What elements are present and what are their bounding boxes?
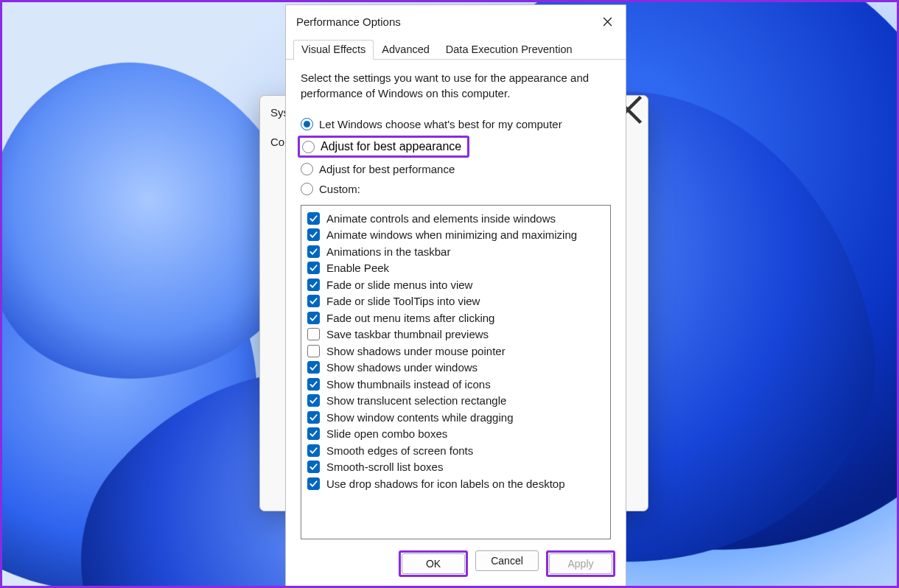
checkbox[interactable] <box>307 461 320 473</box>
tab-visual-effects[interactable]: Visual Effects <box>293 40 374 60</box>
checkbox[interactable] <box>307 361 320 374</box>
effect-option-label: Fade out menu items after clicking <box>326 311 494 326</box>
checkbox[interactable] <box>307 228 320 241</box>
radio-indicator[interactable] <box>301 163 313 175</box>
effect-option-label: Show shadows under windows <box>326 360 478 375</box>
checkbox[interactable] <box>307 378 320 391</box>
effect-option[interactable]: Use drop shadows for icon labels on the … <box>307 475 604 492</box>
effect-option[interactable]: Show shadows under windows <box>307 360 604 377</box>
effect-option[interactable]: Enable Peek <box>307 260 604 277</box>
checkbox[interactable] <box>307 477 320 490</box>
checkbox[interactable] <box>307 345 320 357</box>
effect-option-label: Animate controls and elements inside win… <box>326 211 556 226</box>
checkbox[interactable] <box>307 262 320 274</box>
tab-advanced[interactable]: Advanced <box>374 40 438 60</box>
dialog-titlebar[interactable]: Performance Options <box>286 5 626 38</box>
preset-radio-group: Let Windows choose what's best for my co… <box>301 114 611 199</box>
checkbox[interactable] <box>307 394 320 407</box>
effect-option-label: Smooth-scroll list boxes <box>326 460 443 475</box>
close-button[interactable] <box>592 10 623 32</box>
effect-option[interactable]: Animations in the taskbar <box>307 243 604 260</box>
ok-button[interactable]: OK <box>402 553 465 574</box>
effect-option[interactable]: Smooth-scroll list boxes <box>307 459 604 476</box>
effect-option-label: Smooth edges of screen fonts <box>326 444 473 458</box>
effect-option-label: Enable Peek <box>326 261 389 276</box>
effect-option-label: Animations in the taskbar <box>326 245 450 259</box>
effect-option[interactable]: Smooth edges of screen fonts <box>307 442 604 459</box>
tab-data-execution-prevention[interactable]: Data Execution Prevention <box>438 40 581 60</box>
effect-option[interactable]: Animate controls and elements inside win… <box>307 210 604 227</box>
checkbox[interactable] <box>307 279 320 291</box>
effect-option-label: Show shadows under mouse pointer <box>326 344 506 359</box>
effect-option[interactable]: Show window contents while dragging <box>307 409 604 426</box>
radio-indicator[interactable] <box>301 183 313 195</box>
effect-option[interactable]: Fade or slide menus into view <box>307 276 604 293</box>
checkbox[interactable] <box>307 212 320 225</box>
highlight-box: OK <box>399 550 468 577</box>
radio-indicator[interactable] <box>301 118 313 130</box>
checkbox[interactable] <box>307 245 320 258</box>
effect-option[interactable]: Show thumbnails instead of icons <box>307 376 604 393</box>
effect-option-label: Show window contents while dragging <box>326 410 513 425</box>
checkbox[interactable] <box>307 411 320 424</box>
checkbox[interactable] <box>307 328 320 340</box>
checkbox[interactable] <box>307 444 320 457</box>
dialog-title: Performance Options <box>296 15 592 28</box>
performance-options-dialog: Performance Options Visual EffectsAdvanc… <box>285 4 626 587</box>
effect-option-label: Show thumbnails instead of icons <box>326 377 491 392</box>
highlight-box: Apply <box>546 550 615 577</box>
effect-option[interactable]: Fade out menu items after clicking <box>307 309 604 326</box>
effect-option[interactable]: Save taskbar thumbnail previews <box>307 326 604 343</box>
effect-option-label: Fade or slide menus into view <box>326 278 472 293</box>
radio-label: Adjust for best appearance <box>321 140 461 153</box>
dialog-button-bar: OK Cancel Apply <box>399 550 615 577</box>
highlight-box: Adjust for best appearance <box>298 136 469 158</box>
radio-label: Custom: <box>319 183 360 195</box>
close-icon <box>603 17 612 27</box>
effect-option[interactable]: Show translucent selection rectangle <box>307 393 604 410</box>
effects-listbox[interactable]: Animate controls and elements inside win… <box>301 205 611 539</box>
effect-option-label: Save taskbar thumbnail previews <box>326 327 489 342</box>
checkbox[interactable] <box>307 295 320 307</box>
preset-radio-option[interactable]: Custom: <box>301 179 611 199</box>
effect-option[interactable]: Show shadows under mouse pointer <box>307 343 604 360</box>
effect-option[interactable]: Fade or slide ToolTips into view <box>307 293 604 310</box>
checkbox[interactable] <box>307 427 320 440</box>
radio-label: Let Windows choose what's best for my co… <box>319 118 562 130</box>
visual-effects-panel: Select the settings you want to use for … <box>286 60 626 545</box>
preset-radio-option[interactable]: Adjust for best performance <box>301 159 611 179</box>
effect-option-label: Slide open combo boxes <box>326 427 447 441</box>
effect-option[interactable]: Slide open combo boxes <box>307 426 604 443</box>
checkbox[interactable] <box>307 312 320 324</box>
preset-radio-option[interactable]: Let Windows choose what's best for my co… <box>301 114 611 134</box>
panel-description: Select the settings you want to use for … <box>301 70 611 101</box>
effect-option[interactable]: Animate windows when minimizing and maxi… <box>307 227 604 244</box>
radio-indicator[interactable] <box>302 141 315 153</box>
bg-window-subtitle-fragment: Co <box>270 136 284 148</box>
effect-option-label: Animate windows when minimizing and maxi… <box>326 228 577 242</box>
effect-option-label: Show translucent selection rectangle <box>326 393 506 408</box>
tab-strip: Visual EffectsAdvancedData Execution Pre… <box>286 39 626 60</box>
radio-label: Adjust for best performance <box>319 163 455 175</box>
effect-option-label: Fade or slide ToolTips into view <box>326 294 480 309</box>
cancel-button[interactable]: Cancel <box>475 550 539 571</box>
effect-option-label: Use drop shadows for icon labels on the … <box>326 477 565 491</box>
apply-button[interactable]: Apply <box>549 553 612 574</box>
